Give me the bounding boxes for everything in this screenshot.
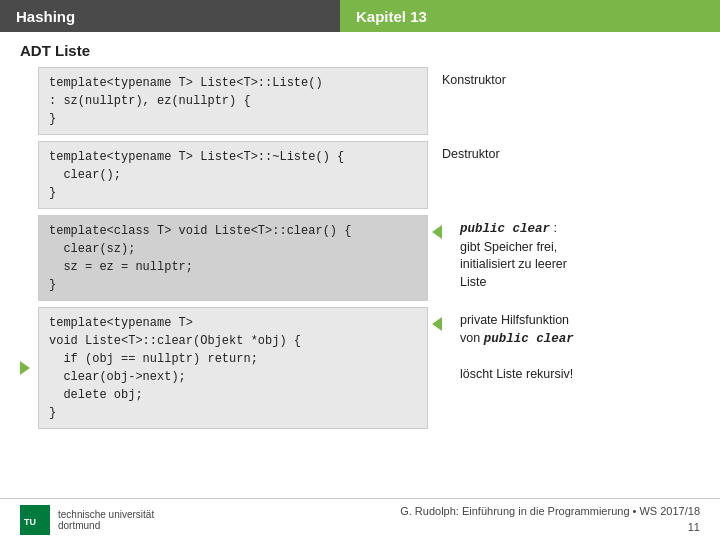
annotation-clear-colon: :	[554, 221, 557, 235]
annotation-destructor: Destruktor	[428, 141, 514, 209]
annotation-clear-wrapper: public clear : gibt Speicher frei, initi…	[428, 215, 581, 301]
arrow-left-indicator	[432, 215, 446, 239]
code-clear-line2: clear(sz);	[49, 242, 135, 256]
arrow-cell	[20, 307, 38, 429]
header-title-text: Hashing	[16, 8, 75, 25]
footer-page-number: 11	[400, 520, 700, 535]
code-clear-line4: }	[49, 278, 56, 292]
tu-logo-icon: TU	[20, 505, 50, 535]
code-constructor-line2: : sz(nullptr), ez(nullptr) {	[49, 94, 251, 108]
annotation-private-von: von	[460, 331, 484, 345]
annotation-clear-bold: public clear	[460, 222, 550, 236]
arrow-right-icon	[20, 361, 30, 375]
annotation-clear-line2: initialisiert zu leerer	[460, 257, 567, 271]
footer-copyright-area: G. Rudolph: Einführung in die Programmie…	[400, 504, 700, 535]
footer: TU technische universität dortmund G. Ru…	[0, 498, 720, 540]
code-clear-line3: sz = ez = nullptr;	[49, 260, 193, 274]
header-title: Hashing	[0, 0, 340, 32]
code-clear-obj: template<typename T> void Liste<T>::clea…	[38, 307, 428, 429]
code-constructor: template<typename T> Liste<T>::Liste() :…	[38, 67, 428, 135]
header: Hashing Kapitel 13	[0, 0, 720, 32]
section-constructor: template<typename T> Liste<T>::Liste() :…	[20, 67, 700, 135]
section-clear-obj: template<typename T> void Liste<T>::clea…	[20, 307, 700, 429]
annotation-private-line1: private Hilfsfunktion	[460, 313, 569, 327]
annotation-destructor-text: Destruktor	[442, 147, 500, 161]
annotation-constructor: Konstruktor	[428, 67, 520, 135]
svg-text:TU: TU	[24, 517, 36, 527]
section-destructor: template<typename T> Liste<T>::~Liste() …	[20, 141, 700, 209]
code-destructor-line1: template<typename T> Liste<T>::~Liste() …	[49, 150, 344, 164]
main-content: ADT Liste template<typename T> Liste<T>:…	[0, 32, 720, 440]
footer-copyright: G. Rudolph: Einführung in die Programmie…	[400, 504, 700, 519]
annotation-clear-line1: gibt Speicher frei,	[460, 240, 557, 254]
footer-institution-line1: technische universität	[58, 509, 154, 520]
code-clear: template<class T> void Liste<T>::clear()…	[38, 215, 428, 301]
code-constructor-line1: template<typename T> Liste<T>::Liste()	[49, 76, 323, 90]
no-arrow-3	[20, 215, 38, 301]
header-chapter: Kapitel 13	[340, 0, 720, 32]
code-clear-obj-line2: void Liste<T>::clear(Objekt *obj) {	[49, 334, 301, 348]
code-clear-obj-line1: template<typename T>	[49, 316, 193, 330]
code-clear-line1: template<class T> void Liste<T>::clear()…	[49, 224, 351, 238]
no-arrow-1	[20, 67, 38, 135]
code-destructor-line3: }	[49, 186, 56, 200]
page-title: ADT Liste	[20, 42, 700, 59]
annotation-clear-obj-wrapper: private Hilfsfunktion von public clear l…	[428, 307, 588, 429]
code-constructor-line3: }	[49, 112, 56, 126]
code-destructor-line2: clear();	[49, 168, 121, 182]
code-clear-obj-line5: delete obj;	[49, 388, 143, 402]
annotation-clear: public clear : gibt Speicher frei, initi…	[446, 215, 581, 296]
arrow-left-indicator-2	[432, 307, 446, 331]
code-destructor: template<typename T> Liste<T>::~Liste() …	[38, 141, 428, 209]
header-chapter-text: Kapitel 13	[356, 8, 427, 25]
arrow-left-icon	[432, 225, 442, 239]
footer-logo-area: TU technische universität dortmund	[20, 505, 154, 535]
annotation-public-clear-ref: public clear	[484, 332, 574, 346]
annotation-clear-line3: Liste	[460, 275, 486, 289]
footer-institution: technische universität dortmund	[58, 509, 154, 531]
no-arrow-2	[20, 141, 38, 209]
code-clear-obj-line3: if (obj == nullptr) return;	[49, 352, 258, 366]
footer-institution-line2: dortmund	[58, 520, 154, 531]
arrow-left-icon-2	[432, 317, 442, 331]
annotation-private-line2: löscht Liste rekursiv!	[460, 367, 573, 381]
code-clear-obj-line4: clear(obj->next);	[49, 370, 186, 384]
annotation-clear-obj: private Hilfsfunktion von public clear l…	[446, 307, 588, 388]
annotation-constructor-text: Konstruktor	[442, 73, 506, 87]
section-clear: template<class T> void Liste<T>::clear()…	[20, 215, 700, 301]
code-clear-obj-line6: }	[49, 406, 56, 420]
